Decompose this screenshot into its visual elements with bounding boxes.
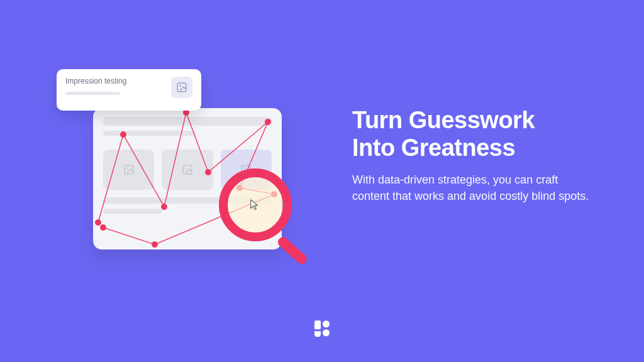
placeholder-line [65, 92, 120, 95]
hero-illustration: Impression testing [57, 69, 308, 283]
image-icon [123, 164, 135, 175]
svg-point-17 [180, 85, 181, 87]
magnifier-lens [219, 168, 292, 241]
headline-line-2: Into Greatness [352, 134, 515, 161]
image-icon [182, 164, 193, 175]
magnifier-handle [276, 235, 309, 266]
cursor-icon [248, 198, 262, 212]
placeholder-line [103, 131, 196, 136]
svg-rect-19 [323, 321, 330, 327]
placeholder-line [103, 209, 162, 214]
placeholder-line [103, 117, 272, 126]
headline: Turn Guesswork Into Greatness [352, 107, 591, 162]
hero-copy: Turn Guesswork Into Greatness With data-… [352, 107, 591, 205]
impression-label: Impression testing [65, 77, 165, 85]
image-icon [171, 77, 192, 98]
impression-testing-card: Impression testing [57, 69, 201, 111]
svg-point-1 [126, 168, 128, 169]
headline-line-1: Turn Guesswork [352, 107, 535, 133]
svg-rect-18 [314, 321, 321, 329]
svg-point-3 [186, 168, 187, 169]
subheadline: With data-driven strategies, you can cra… [352, 172, 591, 204]
thumbnail [162, 150, 213, 190]
svg-point-20 [323, 329, 330, 336]
thumbnail [103, 150, 154, 190]
brand-logo [314, 321, 330, 339]
magnifier-icon [219, 168, 326, 275]
